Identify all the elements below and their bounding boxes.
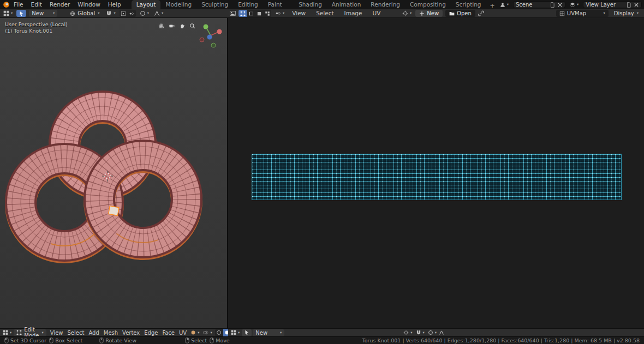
- tab-texture-paint[interactable]: Texture Paint: [263, 0, 294, 9]
- vp-menu-mesh[interactable]: Mesh: [102, 330, 120, 336]
- wireframe-shading-button[interactable]: [215, 329, 223, 336]
- editor-grid-icon: [3, 10, 9, 16]
- uv-select-island-button[interactable]: [263, 10, 271, 17]
- proportional-toggle-button[interactable]: [128, 10, 136, 17]
- menu-help[interactable]: Help: [104, 0, 125, 9]
- tab-rendering[interactable]: Rendering: [366, 0, 405, 9]
- display-panel-toggle[interactable]: Display ▾: [611, 10, 641, 17]
- uv-unwrap-strip[interactable]: [252, 154, 621, 200]
- overlays-dropdown[interactable]: ▾: [202, 330, 213, 335]
- snapping-dropdown[interactable]: ▾: [105, 10, 116, 16]
- uv-pivot-dropdown[interactable]: ▾: [402, 330, 413, 335]
- viewport-nav-buttons: [157, 21, 197, 31]
- chevron-down-icon: ▾: [423, 331, 425, 335]
- navigation-gizmo[interactable]: [196, 21, 225, 50]
- pan-view-button[interactable]: [177, 21, 187, 31]
- editor-type-uv-button[interactable]: ▾: [230, 330, 241, 335]
- view-layer-browse-button[interactable]: ▾: [569, 2, 580, 8]
- uv-active-tool-button[interactable]: [242, 329, 252, 336]
- add-workspace-button[interactable]: +: [486, 2, 499, 9]
- proportional-icon: [140, 10, 146, 16]
- hint-move: Move: [210, 337, 229, 343]
- editor-grid-icon: [3, 330, 8, 335]
- snap-target-button[interactable]: [120, 10, 128, 17]
- image-pivot-dropdown[interactable]: ▾: [401, 10, 413, 16]
- open-image-button[interactable]: Open: [445, 10, 475, 17]
- axis-x-handle: [217, 29, 222, 34]
- vp-menu-edge[interactable]: Edge: [142, 330, 159, 336]
- shading-dropdown[interactable]: ▾: [189, 330, 200, 335]
- uv-select-mode-group: [238, 10, 271, 17]
- tab-compositing[interactable]: Compositing: [405, 0, 451, 9]
- hint-select: Select: [185, 337, 207, 343]
- link-icon[interactable]: [478, 10, 484, 16]
- vp-menu-vertex[interactable]: Vertex: [121, 330, 141, 336]
- uv-snapping-dropdown[interactable]: ▾: [415, 330, 426, 335]
- vp-menu-uv[interactable]: UV: [177, 330, 188, 336]
- chevron-down-icon: ▾: [162, 11, 163, 15]
- uv-menu-select[interactable]: Select: [312, 9, 337, 18]
- menu-edit[interactable]: Edit: [27, 0, 46, 9]
- scene-name: Scene: [516, 2, 547, 8]
- uv-select-edge-button[interactable]: [247, 10, 255, 17]
- tab-scripting[interactable]: Scripting: [451, 0, 486, 9]
- new-scene-icon[interactable]: [550, 2, 555, 8]
- scene-selector[interactable]: Scene: [513, 1, 565, 8]
- display-label: Display: [614, 10, 634, 16]
- area-splitter[interactable]: [227, 18, 228, 336]
- menu-file[interactable]: File: [10, 0, 27, 9]
- uvmap-selector[interactable]: UVMap ▾: [556, 10, 609, 17]
- delete-view-layer-icon[interactable]: [634, 2, 639, 8]
- perspective-toggle-button[interactable]: [157, 21, 166, 31]
- camera-view-button[interactable]: [167, 21, 176, 31]
- tab-sculpting[interactable]: Sculpting: [196, 0, 233, 9]
- sticky-selection-dropdown[interactable]: ▾: [274, 10, 285, 16]
- viewport-view-label: User Perspective (Local): [5, 21, 68, 27]
- uv-menu-uv[interactable]: UV: [368, 9, 384, 18]
- magnet-icon: [416, 330, 421, 335]
- falloff-icon[interactable]: [439, 330, 444, 335]
- orientation-dropdown[interactable]: Global ▾: [67, 10, 102, 17]
- concentric-icon: [129, 11, 134, 16]
- vp-menu-face[interactable]: Face: [160, 330, 176, 336]
- scene-browse-button[interactable]: ▾: [499, 2, 510, 8]
- tool-settings-3d: ▾ New ▾ Global ▾ ▾: [2, 9, 164, 17]
- new-view-layer-icon[interactable]: [626, 2, 631, 8]
- torus-knot-mesh[interactable]: [0, 18, 227, 328]
- delete-scene-icon[interactable]: [557, 2, 563, 8]
- uv-proportional-dropdown[interactable]: ▾: [427, 330, 438, 335]
- viewport-3d[interactable]: User Perspective (Local) (1) Torus Knot.…: [0, 18, 227, 328]
- tab-animation[interactable]: Animation: [327, 0, 366, 9]
- new-image-label: New: [427, 10, 439, 16]
- uv-select-face-button[interactable]: [255, 10, 263, 17]
- image-datablock-selector[interactable]: New ▾: [253, 329, 284, 336]
- tab-uv-editing[interactable]: UV Editing: [233, 0, 263, 9]
- editor-type-3d-button[interactable]: ▾: [2, 330, 13, 335]
- new-image-button[interactable]: New: [415, 10, 443, 17]
- tab-shading[interactable]: Shading: [294, 0, 327, 9]
- zoom-view-button[interactable]: [188, 21, 197, 31]
- proportional-editing-dropdown[interactable]: ▾: [139, 10, 150, 16]
- mode-dropdown[interactable]: Edit Mode ▾: [14, 329, 46, 336]
- uv-editor[interactable]: [228, 18, 644, 328]
- falloff-dropdown[interactable]: ▾: [153, 10, 164, 16]
- view-layer-selector[interactable]: View Layer: [583, 1, 642, 8]
- tab-modeling[interactable]: Modeling: [160, 0, 196, 9]
- image-editor-icon[interactable]: [230, 10, 236, 16]
- uv-menu-image[interactable]: Image: [341, 9, 366, 18]
- editor-type-button[interactable]: ▾: [2, 10, 14, 16]
- uv-select-vertex-button[interactable]: [238, 10, 247, 17]
- tool-preset-dropdown[interactable]: New ▾: [29, 10, 57, 17]
- scene-statistics: Torus Knot.001 | Verts:640/640 | Edges:1…: [362, 337, 640, 343]
- uv-menu-view[interactable]: View: [288, 9, 309, 18]
- tab-layout[interactable]: Layout: [132, 0, 161, 9]
- menu-render[interactable]: Render: [46, 0, 74, 9]
- chevron-down-icon: ▾: [147, 11, 149, 15]
- menu-window[interactable]: Window: [74, 0, 104, 9]
- perspective-icon: [158, 23, 164, 29]
- vp-menu-select[interactable]: Select: [66, 330, 86, 336]
- axis-y-handle: [204, 25, 208, 29]
- active-tool-button[interactable]: [16, 10, 26, 17]
- vp-menu-view[interactable]: View: [49, 330, 65, 336]
- vp-menu-add[interactable]: Add: [87, 330, 100, 336]
